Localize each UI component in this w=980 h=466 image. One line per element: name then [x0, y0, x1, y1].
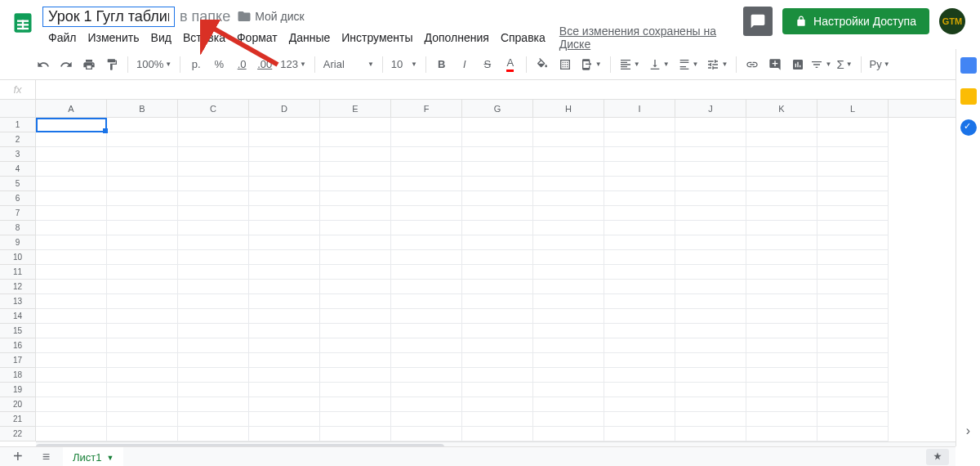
row-header-18[interactable]: 18	[0, 368, 36, 383]
cell-H3[interactable]	[533, 147, 604, 162]
cell-L8[interactable]	[817, 221, 889, 235]
cell-D5[interactable]	[249, 177, 320, 191]
cell-D6[interactable]	[249, 191, 320, 206]
column-header-I[interactable]: I	[604, 100, 675, 117]
row-header-1[interactable]: 1	[0, 118, 36, 132]
cell-K5[interactable]	[746, 177, 817, 191]
cell-D15[interactable]	[249, 324, 320, 338]
cell-B18[interactable]	[107, 368, 178, 383]
cell-J21[interactable]	[675, 412, 746, 427]
cell-J2[interactable]	[675, 132, 746, 147]
cell-A11[interactable]	[36, 265, 107, 280]
cell-E20[interactable]	[320, 397, 391, 412]
cell-C4[interactable]	[178, 162, 249, 177]
cell-A12[interactable]	[36, 280, 107, 294]
cell-C21[interactable]	[178, 412, 249, 427]
cell-F4[interactable]	[391, 162, 462, 177]
cell-J1[interactable]	[675, 118, 746, 132]
cell-E11[interactable]	[320, 265, 391, 280]
cell-C22[interactable]	[178, 427, 249, 441]
borders-button[interactable]	[555, 54, 576, 75]
row-header-11[interactable]: 11	[0, 265, 36, 280]
menu-формат[interactable]: Формат	[231, 28, 283, 47]
cell-A14[interactable]	[36, 309, 107, 324]
cell-I9[interactable]	[604, 235, 675, 250]
menu-файл[interactable]: Файл	[42, 28, 82, 47]
merge-button[interactable]: ▼	[577, 58, 605, 71]
cell-K13[interactable]	[746, 294, 817, 309]
cell-L15[interactable]	[817, 324, 889, 338]
cell-F14[interactable]	[391, 309, 462, 324]
row-header-2[interactable]: 2	[0, 132, 36, 147]
rotate-button[interactable]: ▼	[703, 58, 731, 71]
account-avatar[interactable]: GTM	[939, 8, 965, 34]
cell-L20[interactable]	[817, 397, 889, 412]
column-header-L[interactable]: L	[817, 100, 889, 117]
cell-D18[interactable]	[249, 368, 320, 383]
filter-button[interactable]: ▼	[810, 54, 831, 75]
cell-L11[interactable]	[817, 265, 889, 280]
keep-sidebar-icon[interactable]	[960, 88, 977, 105]
input-language-button[interactable]: Ру▼	[866, 58, 893, 70]
cell-F18[interactable]	[391, 368, 462, 383]
cell-C17[interactable]	[178, 353, 249, 368]
valign-button[interactable]: ▼	[645, 58, 673, 71]
add-sheet-button[interactable]: +	[7, 447, 29, 466]
cell-L18[interactable]	[817, 368, 889, 383]
cell-D17[interactable]	[249, 353, 320, 368]
cell-K7[interactable]	[746, 206, 817, 221]
column-header-G[interactable]: G	[462, 100, 533, 117]
cell-C14[interactable]	[178, 309, 249, 324]
cell-J11[interactable]	[675, 265, 746, 280]
cell-K10[interactable]	[746, 250, 817, 265]
cell-D10[interactable]	[249, 250, 320, 265]
increase-decimal-button[interactable]: .00	[254, 54, 275, 75]
cell-G20[interactable]	[462, 397, 533, 412]
cell-A21[interactable]	[36, 412, 107, 427]
cell-C10[interactable]	[178, 250, 249, 265]
cell-J9[interactable]	[675, 235, 746, 250]
cell-G3[interactable]	[462, 147, 533, 162]
cell-G11[interactable]	[462, 265, 533, 280]
cell-G4[interactable]	[462, 162, 533, 177]
cell-L2[interactable]	[817, 132, 889, 147]
row-header-9[interactable]: 9	[0, 235, 36, 250]
cell-F19[interactable]	[391, 383, 462, 397]
cell-E7[interactable]	[320, 206, 391, 221]
cell-H5[interactable]	[533, 177, 604, 191]
cell-H12[interactable]	[533, 280, 604, 294]
cell-I20[interactable]	[604, 397, 675, 412]
menu-дополнения[interactable]: Дополнения	[419, 28, 495, 47]
font-size-dropdown[interactable]: 10▼	[388, 58, 421, 70]
cell-I15[interactable]	[604, 324, 675, 338]
cell-H17[interactable]	[533, 353, 604, 368]
cell-K18[interactable]	[746, 368, 817, 383]
cell-J19[interactable]	[675, 383, 746, 397]
cell-G8[interactable]	[462, 221, 533, 235]
cell-G2[interactable]	[462, 132, 533, 147]
row-header-17[interactable]: 17	[0, 353, 36, 368]
cell-H6[interactable]	[533, 191, 604, 206]
row-header-10[interactable]: 10	[0, 250, 36, 265]
cell-E14[interactable]	[320, 309, 391, 324]
cell-C3[interactable]	[178, 147, 249, 162]
cell-F7[interactable]	[391, 206, 462, 221]
cell-H18[interactable]	[533, 368, 604, 383]
cell-F16[interactable]	[391, 338, 462, 353]
cell-I6[interactable]	[604, 191, 675, 206]
cell-D20[interactable]	[249, 397, 320, 412]
cell-F2[interactable]	[391, 132, 462, 147]
cell-C13[interactable]	[178, 294, 249, 309]
cell-J8[interactable]	[675, 221, 746, 235]
cell-K14[interactable]	[746, 309, 817, 324]
cell-K4[interactable]	[746, 162, 817, 177]
cell-E4[interactable]	[320, 162, 391, 177]
cell-J7[interactable]	[675, 206, 746, 221]
cell-D9[interactable]	[249, 235, 320, 250]
cell-G7[interactable]	[462, 206, 533, 221]
cell-L7[interactable]	[817, 206, 889, 221]
paint-format-button[interactable]	[101, 54, 122, 75]
cell-D8[interactable]	[249, 221, 320, 235]
cell-F11[interactable]	[391, 265, 462, 280]
cell-K17[interactable]	[746, 353, 817, 368]
